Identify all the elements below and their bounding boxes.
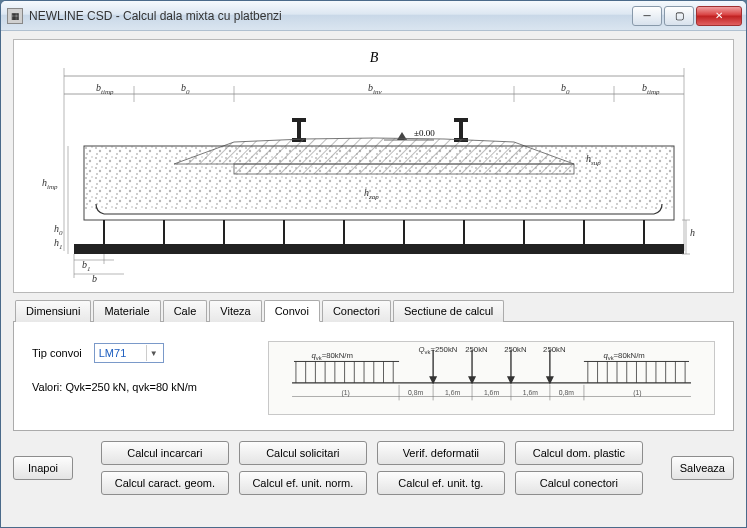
- calcul-solicitari-button[interactable]: Calcul solicitari: [239, 441, 367, 465]
- tip-convoi-value: LM71: [99, 347, 127, 359]
- section-svg: B btimp b0 binv b0 btimp: [34, 46, 714, 286]
- chevron-down-icon: ▼: [146, 345, 161, 361]
- svg-text:Qvk=250kN: Qvk=250kN: [419, 345, 458, 355]
- svg-text:1,6m: 1,6m: [484, 389, 499, 396]
- tabpanel-convoi: Tip convoi LM71 ▼ Valori: Qvk=250 kN, qv…: [13, 321, 734, 431]
- tab-materiale[interactable]: Materiale: [93, 300, 160, 322]
- svg-text:250kN: 250kN: [465, 345, 487, 354]
- inapoi-button[interactable]: Inapoi: [13, 456, 73, 480]
- svg-text:qvk=80kN/m: qvk=80kN/m: [312, 351, 353, 361]
- verif-deformatii-button[interactable]: Verif. deformatii: [377, 441, 505, 465]
- tab-cale[interactable]: Cale: [163, 300, 208, 322]
- svg-text:0,8m: 0,8m: [408, 389, 423, 396]
- load-diagram: qvk=80kN/m Qvk=250kN 250kN 250kN 250kN q…: [268, 341, 715, 415]
- window-title: NEWLINE CSD - Calcul dala mixta cu platb…: [29, 9, 632, 23]
- calc-buttons: Calcul incarcari Calcul solicitari Verif…: [83, 441, 661, 495]
- tip-convoi-label: Tip convoi: [32, 347, 82, 359]
- svg-text:h0: h0: [54, 223, 63, 237]
- svg-text:±0.00: ±0.00: [414, 128, 435, 138]
- svg-rect-24: [74, 244, 684, 254]
- svg-text:(1): (1): [633, 389, 641, 397]
- label-B: B: [369, 50, 378, 65]
- calcul-ef-unit-norm-button[interactable]: Calcul ef. unit. norm.: [239, 471, 367, 495]
- svg-text:h1: h1: [54, 237, 63, 251]
- convoi-controls: Tip convoi LM71 ▼ Valori: Qvk=250 kN, qv…: [32, 341, 252, 393]
- minimize-button[interactable]: ─: [632, 6, 662, 26]
- section-diagram: B btimp b0 binv b0 btimp: [13, 39, 734, 293]
- titlebar: ▦ NEWLINE CSD - Calcul dala mixta cu pla…: [1, 1, 746, 31]
- tab-conectori[interactable]: Conectori: [322, 300, 391, 322]
- calcul-incarcari-button[interactable]: Calcul incarcari: [101, 441, 229, 465]
- window-controls: ─ ▢ ✕: [632, 6, 742, 26]
- tabstrip: Dimensiuni Materiale Cale Viteza Convoi …: [13, 299, 734, 322]
- tab-convoi[interactable]: Convoi: [264, 300, 320, 322]
- close-button[interactable]: ✕: [696, 6, 742, 26]
- valori-text: Valori: Qvk=250 kN, qvk=80 kN/m: [32, 381, 252, 393]
- calcul-dom-plastic-button[interactable]: Calcul dom. plastic: [515, 441, 643, 465]
- svg-text:qvk=80kN/m: qvk=80kN/m: [603, 351, 644, 361]
- svg-text:250kN: 250kN: [543, 345, 565, 354]
- salveaza-button[interactable]: Salveaza: [671, 456, 734, 480]
- svg-text:1,6m: 1,6m: [523, 389, 538, 396]
- svg-text:0,8m: 0,8m: [559, 389, 574, 396]
- tab-area: Dimensiuni Materiale Cale Viteza Convoi …: [13, 299, 734, 431]
- svg-text:himp: himp: [42, 177, 58, 191]
- calcul-conectori-button[interactable]: Calcul conectori: [515, 471, 643, 495]
- svg-text:250kN: 250kN: [504, 345, 526, 354]
- bottom-bar: Inapoi Calcul incarcari Calcul solicitar…: [13, 437, 734, 495]
- client-area: B btimp b0 binv b0 btimp: [1, 31, 746, 527]
- svg-text:(1): (1): [341, 389, 349, 397]
- svg-text:b: b: [92, 273, 97, 284]
- maximize-button[interactable]: ▢: [664, 6, 694, 26]
- app-icon: ▦: [7, 8, 23, 24]
- tab-dimensiuni[interactable]: Dimensiuni: [15, 300, 91, 322]
- calcul-caract-geom-button[interactable]: Calcul caract. geom.: [101, 471, 229, 495]
- svg-text:1,6m: 1,6m: [445, 389, 460, 396]
- svg-text:b1: b1: [82, 259, 91, 273]
- tab-sectiune[interactable]: Sectiune de calcul: [393, 300, 504, 322]
- calcul-ef-unit-tg-button[interactable]: Calcul ef. unit. tg.: [377, 471, 505, 495]
- app-window: ▦ NEWLINE CSD - Calcul dala mixta cu pla…: [0, 0, 747, 528]
- svg-text:h: h: [690, 227, 695, 238]
- tip-convoi-combo[interactable]: LM71 ▼: [94, 343, 164, 363]
- tab-viteza[interactable]: Viteza: [209, 300, 261, 322]
